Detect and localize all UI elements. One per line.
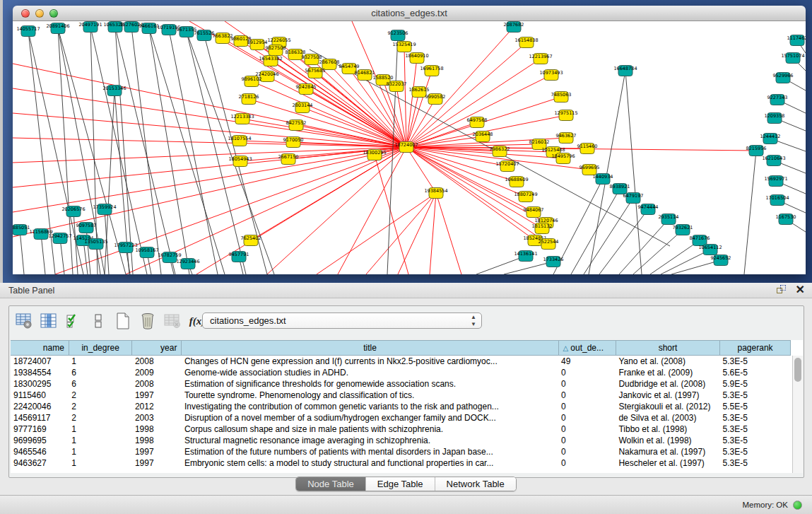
network-node[interactable]: 7615526 <box>194 30 215 41</box>
network-node[interactable]: 9227343 <box>767 95 788 105</box>
network-node[interactable]: 9529966 <box>773 73 794 83</box>
clear-selection-icon[interactable] <box>88 311 108 331</box>
network-node[interactable]: 1167530 <box>776 214 796 225</box>
network-node[interactable]: 2935114 <box>659 214 679 225</box>
tab-edge-table[interactable]: Edge Table <box>366 477 435 491</box>
network-node[interactable]: 12213967 <box>529 54 552 64</box>
table-scrollbar[interactable] <box>792 356 803 473</box>
network-node[interactable]: 2718126 <box>239 94 259 105</box>
network-node[interactable]: 9170050 <box>283 137 304 148</box>
select-all-check-icon[interactable] <box>64 311 83 331</box>
network-node[interactable]: 9896102 <box>242 76 262 87</box>
network-node[interactable]: 10973493 <box>539 70 563 81</box>
tab-network-table[interactable]: Network Table <box>435 477 516 491</box>
network-node[interactable]: 9115460 <box>577 144 598 154</box>
network-node[interactable]: 1117462 <box>787 35 806 46</box>
memory-status-indicator[interactable] <box>793 501 802 510</box>
network-node[interactable]: 15325419 <box>392 42 416 52</box>
table-row[interactable]: 1938455462009Genome-wide association stu… <box>11 367 791 378</box>
network-node[interactable]: 17359924 <box>93 204 116 215</box>
column-header-in_degree[interactable]: in_degree <box>69 341 132 356</box>
table-row[interactable]: 946554611997Estimation of the future num… <box>11 446 791 457</box>
network-node[interactable]: 5675685 <box>305 68 326 78</box>
table-row[interactable]: 1456911722003Disruption of a novel membe… <box>11 412 791 424</box>
network-node[interactable]: 16961758 <box>420 66 443 76</box>
network-node[interactable]: 20153346 <box>102 86 126 96</box>
table-scrollbar-thumb[interactable] <box>794 358 801 382</box>
minimize-window-button[interactable] <box>35 9 44 18</box>
network-node[interactable]: 10958167 <box>135 247 158 258</box>
network-node[interactable]: 16154838 <box>514 37 538 48</box>
network-node[interactable]: 10688609 <box>505 177 528 187</box>
network-node[interactable]: 16648784 <box>613 66 637 76</box>
network-node[interactable]: 18807249 <box>514 192 537 202</box>
network-node[interactable]: 12923446 <box>176 259 199 269</box>
network-node[interactable]: 18495796 <box>551 153 575 164</box>
network-node[interactable]: 9123506 <box>388 30 408 41</box>
network-node[interactable]: 12975115 <box>554 110 577 121</box>
delete-attribute-icon[interactable] <box>138 311 158 331</box>
zoom-window-button[interactable] <box>49 9 58 18</box>
column-header-pagerank[interactable]: pagerank <box>720 341 791 356</box>
table-row[interactable]: 2242004622012Investigating the contribut… <box>11 401 791 412</box>
network-node[interactable]: 17957223 <box>114 243 137 253</box>
network-node[interactable]: 9990582 <box>425 94 446 105</box>
network-node[interactable]: 7932621 <box>673 225 693 235</box>
network-node[interactable]: 10654112 <box>698 245 722 255</box>
table-row[interactable]: 977716911998Corpus callosum shape and si… <box>11 424 791 435</box>
network-node[interactable]: 9466161 <box>139 23 160 34</box>
node-table-grid[interactable]: namein_degreeyeartitle△out_de...shortpag… <box>11 340 803 473</box>
network-node[interactable]: 19384554 <box>424 188 447 199</box>
network-node[interactable]: 7625402 <box>241 235 261 246</box>
column-header-title[interactable]: title <box>182 341 558 356</box>
close-panel-icon[interactable]: ✕ <box>796 284 805 296</box>
table-row[interactable]: 1830029562008Estimation of significance … <box>11 378 791 390</box>
network-node[interactable]: 7986322 <box>490 146 510 157</box>
network-node[interactable]: 9146821 <box>355 70 375 81</box>
table-settings-icon[interactable] <box>14 311 34 331</box>
network-node[interactable]: 16210643 <box>762 156 785 166</box>
column-header-name[interactable]: name <box>11 341 69 356</box>
close-window-button[interactable] <box>21 9 30 18</box>
column-header-year[interactable]: year <box>132 341 182 356</box>
delete-table-icon[interactable] <box>163 311 182 331</box>
network-view-window[interactable]: citations_edges.txt 18724007183002951938… <box>13 6 806 274</box>
network-node[interactable]: 8427552 <box>286 120 307 131</box>
network-node[interactable]: 20206576 <box>61 206 85 217</box>
network-node[interactable]: 8912954 <box>247 40 268 50</box>
network-node[interactable]: 1244412 <box>760 134 781 144</box>
network-node[interactable]: 2522544 <box>539 239 559 250</box>
network-node[interactable]: 2036448 <box>473 132 493 142</box>
network-node[interactable]: 9463627 <box>556 133 577 144</box>
network-table-select[interactable]: citations_edges.txt ▲▼ <box>202 313 482 329</box>
network-node[interactable]: 18300295 <box>363 150 386 160</box>
network-node[interactable]: 12213383 <box>230 114 254 124</box>
network-node[interactable]: 9097587 <box>76 223 97 233</box>
network-node[interactable]: 20891406 <box>46 23 69 34</box>
float-panel-icon[interactable] <box>776 284 787 296</box>
network-node[interactable]: 15720407 <box>495 161 519 172</box>
network-node[interactable]: 7663822 <box>213 33 233 44</box>
column-header-out_de[interactable]: △out_de... <box>558 341 616 356</box>
network-node[interactable]: 12942757 <box>48 233 71 244</box>
table-row[interactable]: 969969511998Structural magnetic resonanc… <box>11 435 791 446</box>
network-node[interactable]: 2667150 <box>278 154 299 165</box>
new-table-icon[interactable] <box>113 311 133 331</box>
network-node[interactable]: 8215956 <box>746 146 767 156</box>
network-node[interactable]: 18107554 <box>228 136 251 146</box>
network-node[interactable]: 6497568 <box>467 117 488 128</box>
network-node[interactable]: 2087682 <box>504 22 524 33</box>
network-window-titlebar[interactable]: citations_edges.txt <box>13 6 806 21</box>
network-node[interactable]: 1815132 <box>532 223 553 234</box>
tab-node-table[interactable]: Node Table <box>296 477 366 491</box>
network-node[interactable]: 8322037 <box>387 81 407 92</box>
table-row[interactable]: 1872400712008Changes of HCN gene express… <box>11 356 791 367</box>
network-node[interactable]: 6479197 <box>623 193 644 204</box>
network-node[interactable]: 1209358 <box>765 113 785 124</box>
network-node[interactable]: 9457791 <box>229 252 249 262</box>
table-row[interactable]: 911546021997Tourette syndrome. Phenomeno… <box>11 390 791 401</box>
network-node[interactable]: 7485063 <box>551 92 572 103</box>
network-node[interactable]: 2803144 <box>293 103 313 113</box>
select-column-icon[interactable] <box>39 311 59 331</box>
network-node[interactable]: 16543382 <box>259 56 282 66</box>
